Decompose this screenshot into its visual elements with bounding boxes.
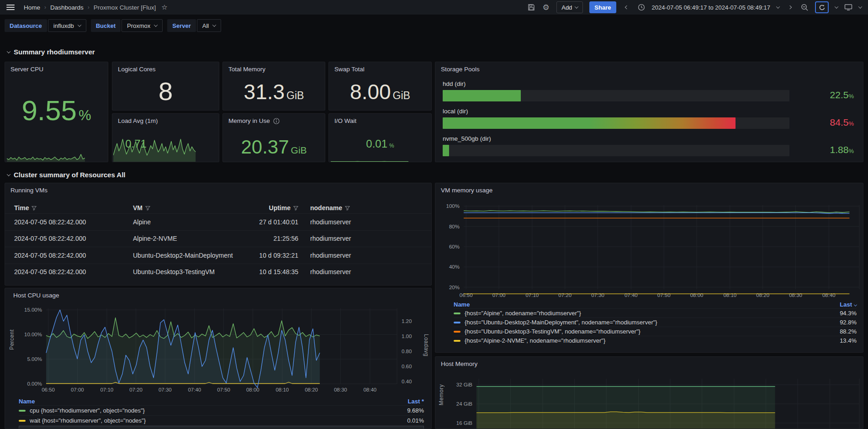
legend-last-header[interactable]: Last xyxy=(840,301,857,308)
time-shift-forward-icon[interactable] xyxy=(786,3,794,11)
svg-text:08:30: 08:30 xyxy=(334,387,347,392)
column-header-uptime[interactable]: Uptime xyxy=(233,204,298,212)
time-range-picker[interactable]: 2024-07-05 06:49:17 to 2024-07-05 08:49:… xyxy=(652,4,771,11)
add-button[interactable]: Add xyxy=(556,1,583,13)
legend-name-header[interactable]: Name xyxy=(454,301,470,308)
svg-text:07:20: 07:20 xyxy=(129,387,143,392)
legend-item[interactable]: {host="Alpine-2-NVME", nodename="rhodium… xyxy=(454,336,857,345)
breadcrumb-dashboards[interactable]: Dashboards xyxy=(50,4,84,11)
panel-logical-cores: Logical Cores 8 xyxy=(112,62,219,111)
panel-title[interactable]: Host CPU usage xyxy=(13,292,59,299)
svg-text:07:30: 07:30 xyxy=(591,292,604,298)
table-cell: 2024-07-05 08:22:42.000 xyxy=(14,235,133,242)
variable-server: Server All xyxy=(167,19,221,32)
table-row: 2024-07-05 08:22:42.000Alpine27 d 01:40:… xyxy=(5,213,431,230)
info-icon[interactable] xyxy=(273,118,280,124)
breadcrumb-home[interactable]: Home xyxy=(24,4,40,11)
legend-series-label[interactable]: {host="Ubuntu-Desktop3-TestingVM", noden… xyxy=(465,328,640,335)
server-select[interactable]: All xyxy=(197,19,221,32)
favorite-star-icon[interactable]: ☆ xyxy=(161,3,167,11)
section-cluster-header[interactable]: Cluster summary of Resources All xyxy=(7,171,126,179)
toolbar-collapse-caret-icon[interactable] xyxy=(858,5,862,8)
legend-series-label[interactable]: {host="Ubuntu-Desktop2-MainDeployment", … xyxy=(465,319,657,326)
share-button-label: Share xyxy=(594,4,611,11)
panel-title[interactable]: Memory in Use xyxy=(228,117,280,124)
zoom-out-icon[interactable] xyxy=(800,3,809,11)
svg-text:08:20: 08:20 xyxy=(756,292,769,298)
legend-item[interactable]: wait {host="rhodiumserver", object="node… xyxy=(19,415,424,425)
panel-total-memory: Total Memory 31.3GiB xyxy=(222,62,325,111)
time-range-caret-icon[interactable] xyxy=(776,5,780,8)
svg-text:07:00: 07:00 xyxy=(71,387,84,392)
running-vms-body: 2024-07-05 08:22:42.000Alpine27 d 01:40:… xyxy=(5,213,431,280)
panel-title[interactable]: Host Memory xyxy=(441,360,477,367)
legend-series-color xyxy=(19,410,26,412)
filter-icon[interactable] xyxy=(32,206,37,211)
legend-item[interactable]: cpu {host="rhodiumserver", object="nodes… xyxy=(19,405,424,415)
chevron-down-icon xyxy=(154,23,158,26)
legend-name-header[interactable]: Name xyxy=(19,398,35,405)
legend-item[interactable]: {host="Ubuntu-Desktop3-TestingVM", noden… xyxy=(454,327,857,336)
panel-title[interactable]: Running VMs xyxy=(11,187,48,194)
clock-icon xyxy=(637,3,646,11)
breadcrumb-separator: › xyxy=(88,4,90,11)
total-memory-value: 31.3GiB xyxy=(223,81,325,102)
column-header-nodename[interactable]: nodename xyxy=(298,204,431,212)
table-cell: 10 d 15:48:35 xyxy=(233,268,298,275)
host-cpu-chart[interactable]: 0.00%5.00%10.00%15.00%06:5007:0007:1007:… xyxy=(5,301,432,395)
svg-text:1.20: 1.20 xyxy=(402,318,412,324)
settings-gear-icon[interactable]: ⚙ xyxy=(542,3,550,11)
legend-series-label[interactable]: {host="Alpine-2-NVME", nodename="rhodium… xyxy=(465,337,605,344)
panel-title[interactable]: Logical Cores xyxy=(118,66,156,73)
svg-text:08:40: 08:40 xyxy=(822,292,836,298)
legend-item[interactable]: {host="Alpine", nodename="rhodiumserver"… xyxy=(454,308,857,318)
legend-series-label[interactable]: {host="Alpine", nodename="rhodiumserver"… xyxy=(465,310,581,317)
toolbar-actions: ⚙ Add Share 2024-07-05 06:49:17 to 2024-… xyxy=(527,1,862,13)
chevron-down-icon xyxy=(77,23,81,26)
legend-series-label[interactable]: cpu {host="rhodiumserver", object="nodes… xyxy=(30,407,145,414)
memory-in-use-value: 20.37GiB xyxy=(223,138,325,157)
panel-title[interactable]: Load Avg (1m) xyxy=(118,117,158,124)
share-button[interactable]: Share xyxy=(589,1,616,13)
bucket-value: Proxmox xyxy=(127,22,150,29)
legend-item[interactable]: {host="Ubuntu-Desktop2-MainDeployment", … xyxy=(454,318,857,327)
filter-icon[interactable] xyxy=(293,206,298,211)
panel-title[interactable]: VM memory usage xyxy=(441,187,492,194)
section-summary-header[interactable]: Summary rhodiumserver xyxy=(7,48,95,56)
panel-title[interactable]: Total Memory xyxy=(228,66,265,73)
save-icon[interactable] xyxy=(527,3,535,11)
column-header-time[interactable]: Time xyxy=(14,204,133,212)
refresh-button[interactable] xyxy=(815,1,829,13)
svg-text:07:30: 07:30 xyxy=(159,387,172,392)
panel-server-cpu: Server CPU 9.55% xyxy=(5,62,108,162)
column-header-vm[interactable]: VM xyxy=(133,204,233,212)
host-memory-chart[interactable]: 16 GiB24 GiB32 GiB xyxy=(435,370,863,429)
legend-last-header[interactable]: Last * xyxy=(408,398,424,405)
variable-bucket: Bucket Proxmox xyxy=(91,19,163,32)
svg-text:07:50: 07:50 xyxy=(217,387,230,392)
panel-title[interactable]: Swap Total xyxy=(334,66,365,73)
datasource-select[interactable]: influxdb xyxy=(48,19,86,32)
svg-text:0.60: 0.60 xyxy=(402,364,412,369)
svg-text:0.00%: 0.00% xyxy=(27,381,42,387)
legend-item[interactable]: load1 {host="rhodiumserver", object="nod… xyxy=(19,425,424,429)
bucket-select[interactable]: Proxmox xyxy=(122,19,163,32)
svg-text:0.80: 0.80 xyxy=(402,349,412,354)
menu-toggle-icon[interactable] xyxy=(6,5,15,10)
svg-text:5.00%: 5.00% xyxy=(27,356,42,362)
panel-title[interactable]: Storage Pools xyxy=(441,66,480,73)
legend-series-label[interactable]: load1 {host="rhodiumserver", object="nod… xyxy=(30,427,184,429)
time-shift-back-icon[interactable] xyxy=(623,3,631,11)
panel-title[interactable]: Server CPU xyxy=(11,66,43,73)
panel-title[interactable]: I/O Wait xyxy=(334,117,356,124)
svg-text:08:00: 08:00 xyxy=(690,292,704,298)
tv-mode-icon[interactable] xyxy=(844,3,852,11)
legend-series-label[interactable]: wait {host="rhodiumserver", object="node… xyxy=(30,417,146,424)
refresh-interval-caret-icon[interactable] xyxy=(835,5,838,8)
bucket-label: Bucket xyxy=(91,19,121,32)
table-row: 2024-07-05 08:22:42.000Ubuntu-Desktop2-M… xyxy=(5,247,431,264)
vm-memory-chart[interactable]: 20%40%60%80%100%06:5007:0007:1007:2007:3… xyxy=(435,200,863,306)
section-collapse-icon xyxy=(7,49,11,53)
filter-icon[interactable] xyxy=(145,206,150,211)
filter-icon[interactable] xyxy=(345,206,350,211)
